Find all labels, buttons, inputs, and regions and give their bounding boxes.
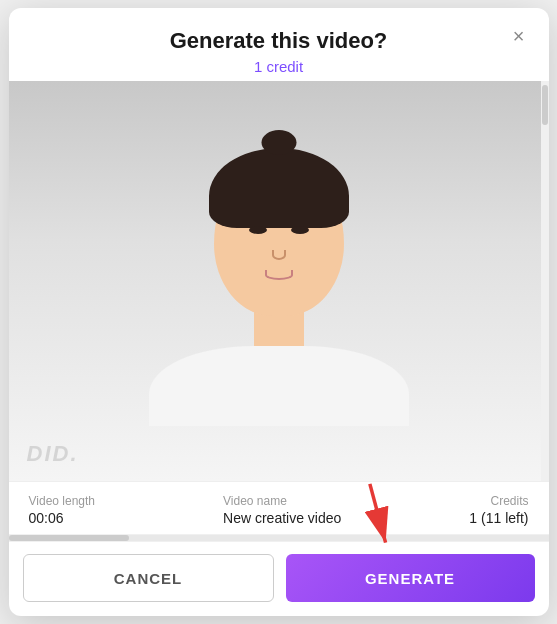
avatar-image: DID. — [9, 81, 549, 481]
video-name-label: Video name — [223, 494, 341, 508]
avatar-mouth — [265, 270, 293, 280]
modal-header: Generate this video? 1 credit × — [9, 8, 549, 81]
avatar-eye-right — [291, 226, 309, 234]
credits-info: Credits 1 (11 left) — [469, 494, 528, 526]
avatar-hair-bun — [261, 130, 296, 155]
modal-title: Generate this video? — [33, 28, 525, 54]
video-length-label: Video length — [29, 494, 96, 508]
video-info-bar: Video length 00:06 Video name New creati… — [9, 481, 549, 534]
video-preview: DID. — [9, 81, 549, 481]
video-name-info: Video name New creative video — [223, 494, 341, 526]
avatar-head — [214, 156, 344, 316]
cancel-button[interactable]: CANCEL — [23, 554, 274, 602]
generate-button[interactable]: GENERATE — [286, 554, 535, 602]
watermark: DID. — [27, 441, 79, 467]
horizontal-scrollbar[interactable] — [9, 534, 549, 542]
video-length-value: 00:06 — [29, 510, 96, 526]
avatar-neck — [254, 311, 304, 351]
generate-video-modal: Generate this video? 1 credit × — [9, 8, 549, 616]
avatar-figure — [149, 136, 409, 426]
close-button[interactable]: × — [507, 24, 531, 48]
credits-value: 1 (11 left) — [469, 510, 528, 526]
h-scroll-thumb — [9, 535, 129, 541]
avatar-eye-left — [249, 226, 267, 234]
h-scroll-track — [9, 535, 549, 541]
video-name-value: New creative video — [223, 510, 341, 526]
avatar-face — [229, 198, 329, 301]
action-buttons: CANCEL GENERATE — [9, 546, 549, 616]
avatar-nose — [272, 250, 286, 260]
credits-label: Credits — [469, 494, 528, 508]
vertical-scrollbar[interactable] — [541, 81, 549, 481]
video-length-info: Video length 00:06 — [29, 494, 96, 526]
credit-label: 1 credit — [33, 58, 525, 75]
scrollbar-thumb — [542, 85, 548, 125]
avatar-shoulders — [149, 346, 409, 426]
